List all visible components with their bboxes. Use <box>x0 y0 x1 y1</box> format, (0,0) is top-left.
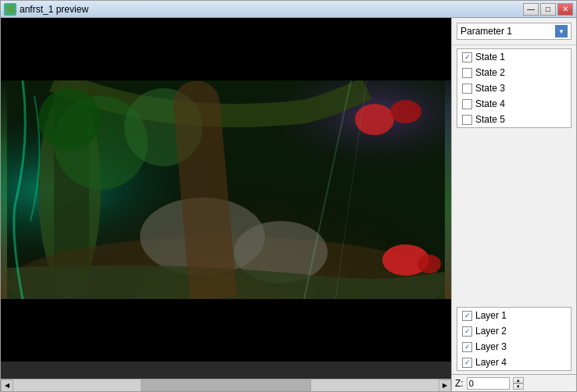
layer-3-checkbox[interactable] <box>462 342 472 352</box>
parameter-dropdown-area: Parameter 1 ▼ <box>452 18 576 45</box>
state-4-item[interactable]: State 4 <box>457 96 571 112</box>
state-1-checkbox[interactable] <box>462 52 472 62</box>
parameter-dropdown[interactable]: Parameter 1 ▼ <box>457 23 572 40</box>
title-bar: 🌿 anfrst_1 preview — □ ✕ <box>1 1 576 18</box>
scroll-right-button[interactable]: ▶ <box>439 380 451 392</box>
layers-panel: Layer 1 Layer 2 Layer 3 Layer 4 <box>457 307 572 371</box>
z-input[interactable] <box>467 377 510 390</box>
layer-4-checkbox[interactable] <box>462 358 472 368</box>
state-4-checkbox[interactable] <box>462 99 472 109</box>
z-spinner: ▲ ▼ <box>513 377 524 390</box>
state-5-item[interactable]: State 5 <box>457 112 571 127</box>
scroll-left-button[interactable]: ◀ <box>1 380 13 392</box>
layer-1-label: Layer 1 <box>475 310 507 321</box>
title-buttons: — □ ✕ <box>523 3 573 16</box>
z-spin-up-button[interactable]: ▲ <box>513 377 524 383</box>
state-2-checkbox[interactable] <box>462 68 472 78</box>
state-2-item[interactable]: State 2 <box>457 65 571 80</box>
black-bar-bottom <box>1 299 451 362</box>
black-bar-top <box>1 18 451 80</box>
state-5-label: State 5 <box>475 114 505 125</box>
state-3-checkbox[interactable] <box>462 84 472 94</box>
layer-1-checkbox[interactable] <box>462 311 472 321</box>
title-bar-left: 🌿 anfrst_1 preview <box>4 3 88 16</box>
state-4-label: State 4 <box>475 98 505 109</box>
layer-4-label: Layer 4 <box>475 357 507 368</box>
svg-point-15 <box>418 255 441 273</box>
image-panel-inner <box>1 18 451 379</box>
states-panel: State 1 State 2 State 3 State 4 State 5 <box>457 48 572 128</box>
layer-3-item[interactable]: Layer 3 <box>457 339 571 355</box>
right-panel: Parameter 1 ▼ State 1 State 2 State 3 <box>451 18 576 391</box>
state-1-item[interactable]: State 1 <box>457 49 571 65</box>
window-title: anfrst_1 preview <box>20 4 88 15</box>
z-label: Z: <box>455 378 464 389</box>
layer-3-label: Layer 3 <box>475 341 507 352</box>
panel-spacer <box>452 131 576 304</box>
parameter-dropdown-label: Parameter 1 <box>461 26 512 37</box>
horizontal-scrollbar[interactable]: ◀ ▶ <box>1 379 451 391</box>
state-1-label: State 1 <box>475 52 505 62</box>
state-5-checkbox[interactable] <box>462 115 472 125</box>
close-button[interactable]: ✕ <box>557 3 573 16</box>
main-window: 🌿 anfrst_1 preview — □ ✕ <box>0 0 577 392</box>
scene-image <box>1 80 451 299</box>
layer-2-item[interactable]: Layer 2 <box>457 323 571 339</box>
layer-2-label: Layer 2 <box>475 326 507 337</box>
state-3-item[interactable]: State 3 <box>457 80 571 96</box>
layer-2-checkbox[interactable] <box>462 326 472 337</box>
maximize-button[interactable]: □ <box>540 3 556 16</box>
image-panel: ◀ ▶ <box>1 18 451 391</box>
svg-point-11 <box>38 88 101 151</box>
scroll-track[interactable] <box>13 380 439 391</box>
main-content: ◀ ▶ Parameter 1 ▼ State 1 <box>1 18 576 391</box>
svg-point-13 <box>390 100 421 123</box>
z-bar: Z: ▲ ▼ <box>452 374 576 391</box>
layer-1-item[interactable]: Layer 1 <box>457 308 571 323</box>
minimize-button[interactable]: — <box>523 3 539 16</box>
app-icon: 🌿 <box>4 3 16 16</box>
dropdown-arrow-icon: ▼ <box>555 25 568 37</box>
state-3-label: State 3 <box>475 83 505 94</box>
svg-point-10 <box>124 88 202 166</box>
state-2-label: State 2 <box>475 67 505 78</box>
z-spin-down-button[interactable]: ▼ <box>513 383 524 390</box>
layer-4-item[interactable]: Layer 4 <box>457 355 571 370</box>
scroll-thumb[interactable] <box>141 380 311 391</box>
